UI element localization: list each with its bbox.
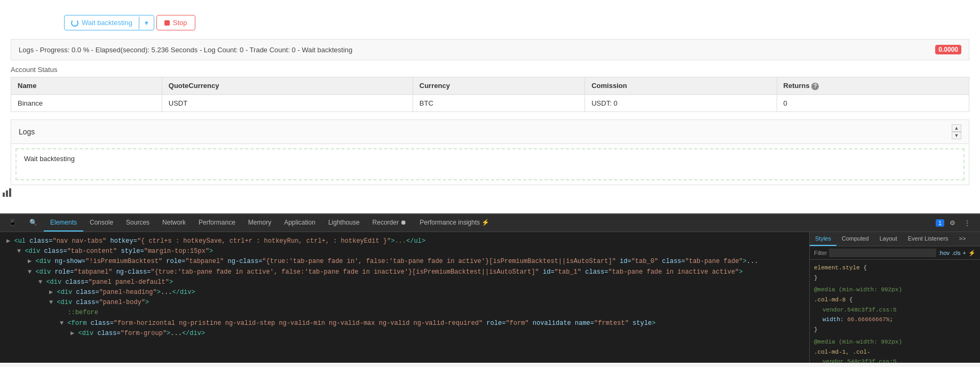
chart-icon — [2, 189, 12, 196]
logs-title: Logs — [19, 127, 35, 136]
devtools-tab-device[interactable]: 📱 — [2, 214, 23, 232]
wait-backtesting-dropdown[interactable]: ▼ — [139, 17, 154, 29]
col-comission: Comission — [585, 77, 777, 95]
html-line-5: ▼ <div class="panel panel-default"> — [6, 277, 803, 288]
col-md-selector: .col-md-1, .col- — [814, 347, 976, 357]
devtools-tab-recorder[interactable]: Recorder ⏺ — [366, 214, 414, 232]
styles-tab-styles[interactable]: Styles — [810, 232, 836, 246]
styles-tab-more[interactable]: >> — [954, 232, 971, 246]
logs-content: Wait backtesting — [15, 148, 965, 180]
stop-label: Stop — [173, 19, 187, 27]
svg-rect-2 — [9, 188, 11, 197]
table-header-row: Name QuoteCurrency Currency Comission Re… — [11, 77, 969, 95]
html-line-2: ▼ <div class="tab-content" style="margin… — [6, 246, 803, 257]
scroll-up-button[interactable]: ▲ — [952, 124, 961, 132]
styles-filter-input[interactable] — [829, 249, 936, 257]
styles-tab-computed[interactable]: Computed — [836, 232, 874, 246]
table-row: BinanceUSDTBTCUSDT: 00 — [11, 94, 969, 111]
logs-section: Logs ▲ ▼ Wait backtesting — [11, 119, 969, 185]
devtools-tab-elements[interactable]: Elements — [44, 214, 83, 232]
element-style-selector: element.style { — [814, 263, 976, 273]
scroll-down-button[interactable]: ▼ — [952, 132, 961, 139]
wait-backtesting-button-group: Wait backtesting ▼ — [64, 15, 154, 30]
sidebar-indicator — [0, 187, 14, 198]
html-line-7: ▼ <div class="panel-body"> — [6, 298, 803, 308]
devtools-tab-performance-insights[interactable]: Performance insights ⚡ — [413, 214, 496, 232]
table-cell: BTC — [413, 94, 584, 111]
spinner-icon — [71, 19, 78, 27]
log-progress-bar: Logs - Progress: 0.0 % - Elapsed(second)… — [11, 39, 969, 60]
col-name: Name — [11, 77, 162, 95]
devtools-more-btn[interactable]: ⋮ — [961, 217, 974, 229]
media-query-1: @media (min-width: 992px) — [814, 285, 976, 295]
devtools-tabs: 📱 🔍 Elements Console Sources Network Per… — [0, 214, 980, 232]
svg-rect-1 — [6, 190, 8, 197]
logs-header: Logs ▲ ▼ — [11, 120, 969, 144]
devtools-body: ▶ <ul class="nav nav-tabs" hotkey="{ ctr… — [0, 232, 980, 363]
more-styles-btn[interactable]: ⚡ — [968, 250, 976, 257]
devtools-tab-sources[interactable]: Sources — [120, 214, 156, 232]
devtools-tab-console[interactable]: Console — [83, 214, 120, 232]
media-query-2: @media (min-width: 992px) — [814, 337, 976, 347]
devtools-html-panel[interactable]: ▶ <ul class="nav nav-tabs" hotkey="{ ctr… — [0, 232, 809, 363]
devtools-tab-icons: 1 ⚙ ⋮ — [936, 217, 978, 229]
table-cell: 0 — [777, 94, 969, 111]
devtools-settings-btn[interactable]: ⚙ — [946, 217, 959, 229]
toolbar: Wait backtesting ▼ Stop — [11, 9, 969, 39]
filter-label: Filter — [814, 250, 827, 256]
account-status-section: Account Status Name QuoteCurrency Curren… — [11, 66, 969, 112]
wait-backtesting-label: Wait backtesting — [82, 19, 132, 27]
col-quotecurrency: QuoteCurrency — [162, 77, 413, 95]
devtools-panel: 📱 🔍 Elements Console Sources Network Per… — [0, 213, 980, 363]
cls-badge[interactable]: .cls — [952, 250, 961, 256]
col-md-8-source: vendor.548c3f3f.css:5 — [814, 305, 976, 315]
stop-button[interactable]: Stop — [156, 15, 195, 30]
col-currency: Currency — [413, 77, 584, 95]
html-line-3: ▶ <div ng-show="!isPremiumBacktest" role… — [6, 257, 803, 267]
main-content: Wait backtesting ▼ Stop Logs - Progress:… — [0, 0, 980, 213]
console-badge: 1 — [936, 219, 944, 227]
log-progress-text: Logs - Progress: 0.0 % - Elapsed(second)… — [19, 46, 352, 54]
svg-rect-0 — [3, 193, 5, 197]
styles-tabs: Styles Computed Layout Event Listeners >… — [810, 232, 980, 246]
styles-tab-event-listeners[interactable]: Event Listeners — [903, 232, 954, 246]
devtools-styles-panel: Styles Computed Layout Event Listeners >… — [809, 232, 980, 363]
styles-filter: Filter :hov .cls + ⚡ — [810, 246, 980, 260]
col-md-8-close: } — [814, 325, 976, 335]
devtools-tab-application[interactable]: Application — [278, 214, 322, 232]
logs-text: Wait backtesting — [24, 155, 75, 163]
html-line-8: ::before — [6, 308, 803, 318]
styles-tab-layout[interactable]: Layout — [874, 232, 903, 246]
devtools-tab-lighthouse[interactable]: Lighthouse — [322, 214, 366, 232]
log-badge: 0.0000 — [935, 45, 961, 54]
wait-backtesting-button[interactable]: Wait backtesting — [65, 15, 139, 30]
html-line-9: ▼ <form class="form-horizontal ng-pristi… — [6, 318, 803, 329]
html-line-1: ▶ <ul class="nav nav-tabs" hotkey="{ ctr… — [6, 236, 803, 246]
col-md-8-width: width: 66.66666667%; — [814, 315, 976, 325]
html-line-10: ▶ <div class="form-group">...</div> — [6, 329, 803, 339]
col-md-source: vendor.548c3f3f.css:5 — [814, 357, 976, 363]
table-cell: Binance — [11, 94, 162, 111]
styles-content: element.style { } @media (min-width: 992… — [810, 260, 980, 363]
col-returns: Returns ? — [777, 77, 969, 95]
hov-badge[interactable]: :hov — [938, 250, 950, 256]
devtools-tab-memory[interactable]: Memory — [242, 214, 278, 232]
element-style-close: } — [814, 273, 976, 283]
html-line-4: ▼ <div role="tabpanel" ng-class="{true:'… — [6, 267, 803, 277]
devtools-tab-inspect[interactable]: 🔍 — [23, 214, 44, 232]
stop-icon — [164, 20, 170, 26]
add-style-btn[interactable]: + — [963, 250, 966, 256]
devtools-tab-performance[interactable]: Performance — [192, 214, 242, 232]
returns-info-icon[interactable]: ? — [811, 83, 819, 90]
table-cell: USDT: 0 — [585, 94, 777, 111]
col-md-8-selector: .col-md-8 { — [814, 295, 976, 305]
table-cell: USDT — [162, 94, 413, 111]
html-line-6: ▶ <div class="panel-heading">...</div> — [6, 288, 803, 298]
account-status-label: Account Status — [11, 66, 969, 74]
scroll-controls: ▲ ▼ — [952, 124, 961, 139]
dropdown-arrow-icon: ▼ — [144, 20, 149, 26]
account-status-table: Name QuoteCurrency Currency Comission Re… — [11, 77, 969, 112]
returns-label: Returns — [784, 82, 810, 90]
devtools-tab-network[interactable]: Network — [156, 214, 192, 232]
